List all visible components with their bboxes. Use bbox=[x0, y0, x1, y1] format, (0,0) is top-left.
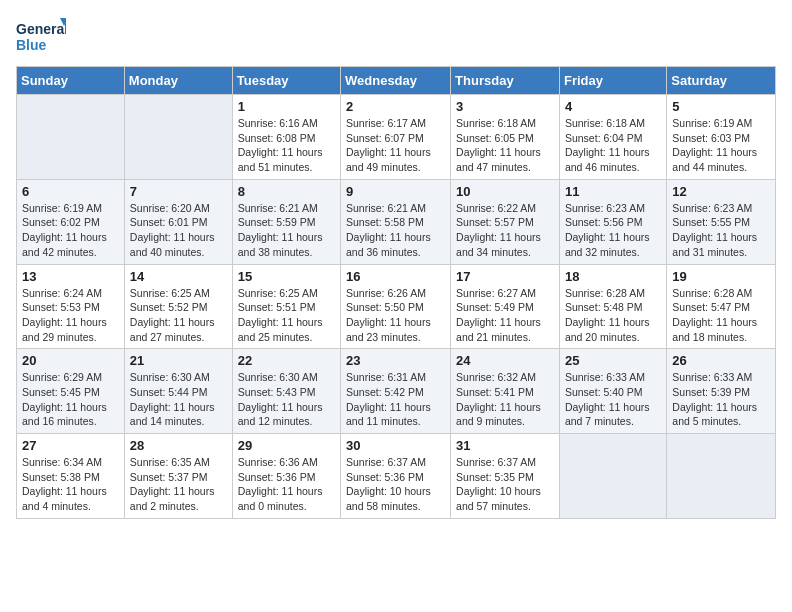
logo: General Blue bbox=[16, 16, 66, 58]
day-number: 19 bbox=[672, 269, 770, 284]
calendar-cell: 23Sunrise: 6:31 AM Sunset: 5:42 PM Dayli… bbox=[341, 349, 451, 434]
day-number: 29 bbox=[238, 438, 335, 453]
day-detail: Sunrise: 6:25 AM Sunset: 5:52 PM Dayligh… bbox=[130, 286, 227, 345]
day-detail: Sunrise: 6:22 AM Sunset: 5:57 PM Dayligh… bbox=[456, 201, 554, 260]
day-number: 16 bbox=[346, 269, 445, 284]
calendar-cell: 15Sunrise: 6:25 AM Sunset: 5:51 PM Dayli… bbox=[232, 264, 340, 349]
day-number: 23 bbox=[346, 353, 445, 368]
day-detail: Sunrise: 6:33 AM Sunset: 5:39 PM Dayligh… bbox=[672, 370, 770, 429]
day-number: 31 bbox=[456, 438, 554, 453]
day-number: 30 bbox=[346, 438, 445, 453]
calendar-cell: 7Sunrise: 6:20 AM Sunset: 6:01 PM Daylig… bbox=[124, 179, 232, 264]
day-detail: Sunrise: 6:32 AM Sunset: 5:41 PM Dayligh… bbox=[456, 370, 554, 429]
day-detail: Sunrise: 6:26 AM Sunset: 5:50 PM Dayligh… bbox=[346, 286, 445, 345]
calendar-week-5: 27Sunrise: 6:34 AM Sunset: 5:38 PM Dayli… bbox=[17, 434, 776, 519]
calendar-cell: 16Sunrise: 6:26 AM Sunset: 5:50 PM Dayli… bbox=[341, 264, 451, 349]
day-detail: Sunrise: 6:19 AM Sunset: 6:02 PM Dayligh… bbox=[22, 201, 119, 260]
day-number: 13 bbox=[22, 269, 119, 284]
calendar-header-row: SundayMondayTuesdayWednesdayThursdayFrid… bbox=[17, 67, 776, 95]
day-detail: Sunrise: 6:28 AM Sunset: 5:47 PM Dayligh… bbox=[672, 286, 770, 345]
header-wednesday: Wednesday bbox=[341, 67, 451, 95]
calendar-cell bbox=[667, 434, 776, 519]
day-detail: Sunrise: 6:37 AM Sunset: 5:35 PM Dayligh… bbox=[456, 455, 554, 514]
day-number: 12 bbox=[672, 184, 770, 199]
calendar-cell: 26Sunrise: 6:33 AM Sunset: 5:39 PM Dayli… bbox=[667, 349, 776, 434]
calendar-cell: 21Sunrise: 6:30 AM Sunset: 5:44 PM Dayli… bbox=[124, 349, 232, 434]
calendar-cell: 10Sunrise: 6:22 AM Sunset: 5:57 PM Dayli… bbox=[451, 179, 560, 264]
calendar-cell bbox=[17, 95, 125, 180]
day-detail: Sunrise: 6:34 AM Sunset: 5:38 PM Dayligh… bbox=[22, 455, 119, 514]
day-number: 28 bbox=[130, 438, 227, 453]
day-number: 24 bbox=[456, 353, 554, 368]
header-monday: Monday bbox=[124, 67, 232, 95]
day-detail: Sunrise: 6:31 AM Sunset: 5:42 PM Dayligh… bbox=[346, 370, 445, 429]
day-detail: Sunrise: 6:27 AM Sunset: 5:49 PM Dayligh… bbox=[456, 286, 554, 345]
day-detail: Sunrise: 6:30 AM Sunset: 5:44 PM Dayligh… bbox=[130, 370, 227, 429]
day-detail: Sunrise: 6:20 AM Sunset: 6:01 PM Dayligh… bbox=[130, 201, 227, 260]
day-detail: Sunrise: 6:24 AM Sunset: 5:53 PM Dayligh… bbox=[22, 286, 119, 345]
day-number: 11 bbox=[565, 184, 661, 199]
day-number: 5 bbox=[672, 99, 770, 114]
calendar-cell: 24Sunrise: 6:32 AM Sunset: 5:41 PM Dayli… bbox=[451, 349, 560, 434]
svg-text:Blue: Blue bbox=[16, 37, 47, 53]
day-number: 8 bbox=[238, 184, 335, 199]
day-number: 4 bbox=[565, 99, 661, 114]
day-detail: Sunrise: 6:33 AM Sunset: 5:40 PM Dayligh… bbox=[565, 370, 661, 429]
day-number: 14 bbox=[130, 269, 227, 284]
calendar-cell: 4Sunrise: 6:18 AM Sunset: 6:04 PM Daylig… bbox=[559, 95, 666, 180]
page-header: General Blue bbox=[16, 16, 776, 58]
calendar-cell: 19Sunrise: 6:28 AM Sunset: 5:47 PM Dayli… bbox=[667, 264, 776, 349]
calendar-cell: 28Sunrise: 6:35 AM Sunset: 5:37 PM Dayli… bbox=[124, 434, 232, 519]
calendar-cell: 29Sunrise: 6:36 AM Sunset: 5:36 PM Dayli… bbox=[232, 434, 340, 519]
day-detail: Sunrise: 6:23 AM Sunset: 5:56 PM Dayligh… bbox=[565, 201, 661, 260]
calendar-cell: 14Sunrise: 6:25 AM Sunset: 5:52 PM Dayli… bbox=[124, 264, 232, 349]
calendar-cell: 17Sunrise: 6:27 AM Sunset: 5:49 PM Dayli… bbox=[451, 264, 560, 349]
day-number: 7 bbox=[130, 184, 227, 199]
day-detail: Sunrise: 6:25 AM Sunset: 5:51 PM Dayligh… bbox=[238, 286, 335, 345]
day-detail: Sunrise: 6:23 AM Sunset: 5:55 PM Dayligh… bbox=[672, 201, 770, 260]
day-detail: Sunrise: 6:21 AM Sunset: 5:59 PM Dayligh… bbox=[238, 201, 335, 260]
calendar-cell: 8Sunrise: 6:21 AM Sunset: 5:59 PM Daylig… bbox=[232, 179, 340, 264]
day-detail: Sunrise: 6:18 AM Sunset: 6:04 PM Dayligh… bbox=[565, 116, 661, 175]
day-number: 18 bbox=[565, 269, 661, 284]
calendar-cell: 5Sunrise: 6:19 AM Sunset: 6:03 PM Daylig… bbox=[667, 95, 776, 180]
day-number: 27 bbox=[22, 438, 119, 453]
svg-text:General: General bbox=[16, 21, 66, 37]
calendar-week-1: 1Sunrise: 6:16 AM Sunset: 6:08 PM Daylig… bbox=[17, 95, 776, 180]
day-detail: Sunrise: 6:29 AM Sunset: 5:45 PM Dayligh… bbox=[22, 370, 119, 429]
day-number: 3 bbox=[456, 99, 554, 114]
calendar-cell: 30Sunrise: 6:37 AM Sunset: 5:36 PM Dayli… bbox=[341, 434, 451, 519]
calendar-cell: 9Sunrise: 6:21 AM Sunset: 5:58 PM Daylig… bbox=[341, 179, 451, 264]
day-number: 2 bbox=[346, 99, 445, 114]
day-number: 17 bbox=[456, 269, 554, 284]
calendar-cell: 12Sunrise: 6:23 AM Sunset: 5:55 PM Dayli… bbox=[667, 179, 776, 264]
day-number: 25 bbox=[565, 353, 661, 368]
calendar-cell: 31Sunrise: 6:37 AM Sunset: 5:35 PM Dayli… bbox=[451, 434, 560, 519]
day-number: 21 bbox=[130, 353, 227, 368]
day-number: 26 bbox=[672, 353, 770, 368]
calendar-cell bbox=[124, 95, 232, 180]
calendar-cell: 18Sunrise: 6:28 AM Sunset: 5:48 PM Dayli… bbox=[559, 264, 666, 349]
calendar-cell: 6Sunrise: 6:19 AM Sunset: 6:02 PM Daylig… bbox=[17, 179, 125, 264]
day-detail: Sunrise: 6:16 AM Sunset: 6:08 PM Dayligh… bbox=[238, 116, 335, 175]
header-friday: Friday bbox=[559, 67, 666, 95]
day-number: 6 bbox=[22, 184, 119, 199]
logo-svg: General Blue bbox=[16, 16, 66, 58]
day-detail: Sunrise: 6:36 AM Sunset: 5:36 PM Dayligh… bbox=[238, 455, 335, 514]
calendar-cell: 27Sunrise: 6:34 AM Sunset: 5:38 PM Dayli… bbox=[17, 434, 125, 519]
calendar-week-4: 20Sunrise: 6:29 AM Sunset: 5:45 PM Dayli… bbox=[17, 349, 776, 434]
calendar-cell: 13Sunrise: 6:24 AM Sunset: 5:53 PM Dayli… bbox=[17, 264, 125, 349]
day-number: 20 bbox=[22, 353, 119, 368]
calendar-cell: 2Sunrise: 6:17 AM Sunset: 6:07 PM Daylig… bbox=[341, 95, 451, 180]
day-detail: Sunrise: 6:17 AM Sunset: 6:07 PM Dayligh… bbox=[346, 116, 445, 175]
calendar-week-3: 13Sunrise: 6:24 AM Sunset: 5:53 PM Dayli… bbox=[17, 264, 776, 349]
header-tuesday: Tuesday bbox=[232, 67, 340, 95]
calendar-cell: 22Sunrise: 6:30 AM Sunset: 5:43 PM Dayli… bbox=[232, 349, 340, 434]
day-detail: Sunrise: 6:37 AM Sunset: 5:36 PM Dayligh… bbox=[346, 455, 445, 514]
header-thursday: Thursday bbox=[451, 67, 560, 95]
day-detail: Sunrise: 6:21 AM Sunset: 5:58 PM Dayligh… bbox=[346, 201, 445, 260]
calendar-week-2: 6Sunrise: 6:19 AM Sunset: 6:02 PM Daylig… bbox=[17, 179, 776, 264]
day-number: 1 bbox=[238, 99, 335, 114]
calendar-cell: 11Sunrise: 6:23 AM Sunset: 5:56 PM Dayli… bbox=[559, 179, 666, 264]
day-detail: Sunrise: 6:18 AM Sunset: 6:05 PM Dayligh… bbox=[456, 116, 554, 175]
